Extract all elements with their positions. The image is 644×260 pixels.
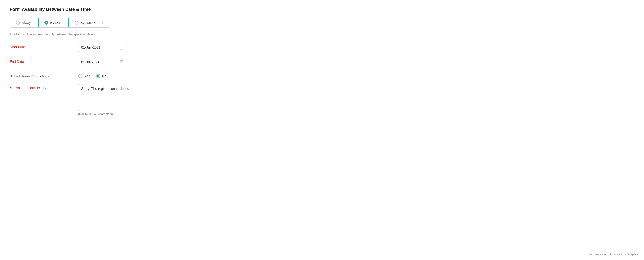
restrictions-yes-option[interactable]: Yes: [78, 74, 90, 78]
form-description: The form will be accessible only between…: [10, 33, 634, 36]
expiry-message-input[interactable]: [78, 84, 186, 111]
availability-tab-group: Always By Date By Date & Time: [10, 18, 110, 28]
restrictions-yes-radio[interactable]: [78, 74, 82, 78]
start-date-input[interactable]: 01-Jun-2021: [78, 43, 127, 52]
timezone-note: *All times are in America/Los_Angeles: [589, 253, 638, 256]
end-date-label: End Date: [10, 58, 78, 64]
svg-rect-0: [120, 46, 123, 49]
restrictions-no-label: No: [102, 74, 106, 78]
tab-by-date-time[interactable]: By Date & Time: [68, 18, 110, 27]
start-date-label: Start Date: [10, 43, 78, 49]
svg-rect-5: [121, 48, 122, 48]
restrictions-no-option[interactable]: No: [96, 74, 106, 78]
tab-always-label: Always: [22, 21, 32, 25]
expiry-message-wrapper: (Maximum 240 characters): [78, 84, 186, 116]
restrictions-row: Set additional Restrictions Yes No: [10, 72, 634, 78]
restrictions-label: Set additional Restrictions: [10, 72, 78, 78]
tab-by-date-time-label: By Date & Time: [80, 21, 104, 25]
restrictions-yes-label: Yes: [84, 74, 90, 78]
expiry-message-label: Message on form expiry: [10, 84, 78, 90]
restrictions-no-radio-fill: [97, 75, 99, 77]
tab-always[interactable]: Always: [10, 18, 38, 27]
end-date-calendar-icon[interactable]: [119, 60, 124, 64]
svg-rect-7: [120, 61, 123, 64]
svg-rect-11: [120, 63, 121, 63]
end-date-input[interactable]: 01-Jul-2021: [78, 58, 127, 66]
end-date-value: 01-Jul-2021: [81, 60, 117, 64]
tab-by-date-radio: [44, 21, 48, 25]
restrictions-no-radio[interactable]: [96, 74, 100, 78]
start-date-row: Start Date 01-Jun-2021: [10, 43, 634, 52]
end-date-row: End Date 01-Jul-2021: [10, 58, 634, 66]
expiry-message-row: Message on form expiry (Maximum 240 char…: [10, 84, 634, 116]
tab-by-date[interactable]: By Date: [38, 18, 69, 28]
page-title: Form Availability Between Date & Time: [10, 7, 634, 12]
tab-always-radio: [16, 21, 20, 25]
svg-rect-12: [121, 63, 122, 63]
restrictions-radio-group: Yes No: [78, 72, 106, 78]
svg-rect-13: [122, 63, 122, 63]
start-date-calendar-icon[interactable]: [119, 45, 124, 50]
svg-rect-6: [122, 48, 122, 48]
char-limit-hint: (Maximum 240 characters): [78, 112, 186, 116]
start-date-value: 01-Jun-2021: [81, 45, 117, 49]
svg-rect-4: [120, 48, 121, 48]
tab-by-date-label: By Date: [50, 21, 62, 25]
tab-by-date-time-radio: [75, 21, 78, 25]
